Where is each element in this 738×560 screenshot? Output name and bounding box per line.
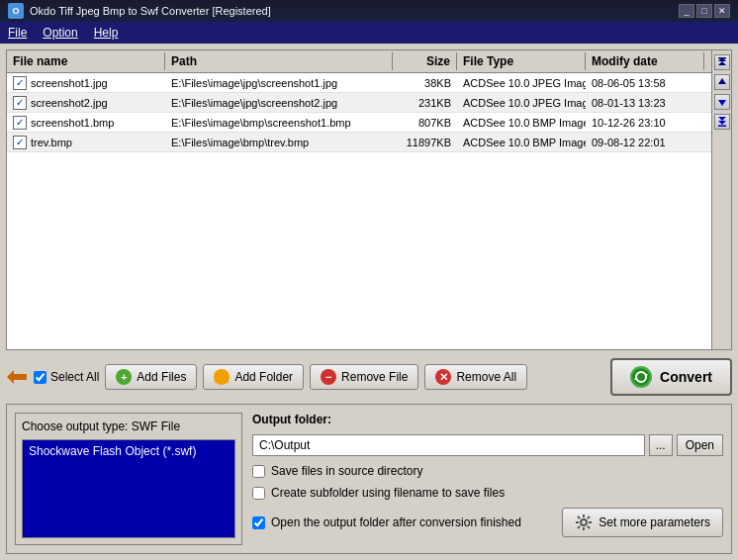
menu-help[interactable]: Help (94, 26, 119, 40)
move-down-button[interactable] (714, 94, 730, 110)
output-type-list[interactable]: Shockwave Flash Object (*.swf) (22, 439, 235, 538)
convert-icon (630, 366, 652, 388)
remove-file-icon: − (321, 369, 336, 385)
col-path: Path (165, 52, 393, 70)
table-header: File name Path Size File Type Modify dat… (7, 50, 711, 73)
table-body: ✓ screenshot1.jpg E:\Files\image\jpg\scr… (7, 73, 711, 349)
table-row: ✓ trev.bmp E:\Files\image\bmp\trev.bmp 1… (7, 133, 711, 152)
bottom-section: Choose output type: SWF File Shockwave F… (6, 404, 732, 554)
minimize-button[interactable]: _ (679, 4, 694, 18)
select-all-label: Select All (50, 370, 99, 384)
add-folder-button[interactable]: Add Folder (203, 364, 304, 390)
add-files-button[interactable]: + Add Files (105, 364, 197, 390)
output-folder-label: Output folder: (252, 413, 723, 426)
cell-path-3: E:\Files\image\bmp\trev.bmp (165, 135, 393, 150)
row-checkbox-0[interactable]: ✓ (13, 76, 27, 90)
cell-modify-3: 09-08-12 22:01 (586, 135, 704, 150)
create-subfolder-checkbox[interactable] (252, 487, 265, 500)
cell-filename-3: ✓ trev.bmp (7, 134, 165, 151)
col-filetype: File Type (457, 52, 586, 70)
row-checkbox-3[interactable]: ✓ (13, 136, 27, 149)
svg-rect-10 (215, 374, 229, 383)
svg-rect-2 (718, 57, 726, 59)
output-type-header: Choose output type: SWF File (22, 420, 235, 433)
save-in-source-checkbox[interactable] (252, 465, 265, 478)
table-row: ✓ screenshot1.bmp E:\Files\image\bmp\scr… (7, 113, 711, 133)
cell-filetype-2: ACDSee 10.0 BMP Image (457, 115, 586, 131)
title-bar: O Okdo Tiff Jpeg Bmp to Swf Converter [R… (0, 0, 738, 22)
window-controls: _ □ ✕ (679, 4, 730, 18)
open-after-row: Open the output folder after conversion … (252, 515, 521, 529)
current-type-label: SWF File (132, 420, 180, 433)
row-checkbox-1[interactable]: ✓ (13, 96, 27, 110)
back-icon[interactable] (6, 368, 28, 386)
cell-filetype-1: ACDSee 10.0 JPEG Image (457, 95, 586, 111)
svg-rect-7 (718, 126, 726, 128)
convert-label: Convert (660, 369, 712, 385)
output-folder-panel: Output folder: ... Open Save files in so… (252, 413, 723, 545)
window-title: Okdo Tiff Jpeg Bmp to Swf Converter [Reg… (30, 5, 271, 17)
browse-button[interactable]: ... (649, 434, 673, 456)
svg-line-20 (578, 516, 580, 518)
select-all-checkbox[interactable] (34, 371, 46, 384)
swf-option[interactable]: Shockwave Flash Object (*.swf) (29, 444, 229, 458)
cell-path-1: E:\Files\image\jpg\screenshot2.jpg (165, 95, 393, 111)
folder-input-row: ... Open (252, 434, 723, 456)
app-icon: O (8, 3, 24, 19)
open-after-checkbox[interactable] (252, 516, 265, 529)
svg-marker-1 (718, 61, 726, 65)
open-after-label: Open the output folder after conversion … (271, 515, 521, 529)
svg-point-12 (632, 368, 650, 386)
close-button[interactable]: ✕ (714, 4, 730, 18)
svg-marker-4 (718, 100, 726, 106)
remove-all-icon: ✕ (435, 369, 451, 385)
set-params-button[interactable]: Set more parameters (562, 508, 723, 537)
move-topmost-button[interactable] (714, 54, 730, 70)
open-folder-button[interactable]: Open (677, 434, 723, 456)
cell-path-2: E:\Files\image\bmp\screenshot1.bmp (165, 115, 393, 131)
svg-marker-5 (718, 121, 726, 125)
main-content: File name Path Size File Type Modify dat… (0, 44, 738, 560)
restore-button[interactable]: □ (696, 4, 712, 18)
output-type-panel: Choose output type: SWF File Shockwave F… (15, 413, 242, 545)
reorder-arrows (711, 50, 731, 349)
svg-marker-6 (718, 117, 726, 121)
action-buttons: + Add Files Add Folder − Remove File ✕ R… (105, 364, 527, 390)
menu-option[interactable]: Option (43, 26, 77, 40)
cell-filename-2: ✓ screenshot1.bmp (7, 114, 165, 132)
col-filename: File name (7, 52, 165, 70)
cell-size-0: 38KB (393, 75, 457, 91)
move-up-button[interactable] (714, 74, 730, 90)
cell-filename-0: ✓ screenshot1.jpg (7, 74, 165, 92)
svg-line-23 (578, 526, 580, 528)
cell-filetype-3: ACDSee 10.0 BMP Image (457, 135, 586, 150)
menu-file[interactable]: File (8, 26, 27, 40)
cell-modify-2: 10-12-26 23:10 (586, 115, 704, 131)
cell-size-3: 11897KB (393, 135, 457, 150)
table-row: ✓ screenshot2.jpg E:\Files\image\jpg\scr… (7, 93, 711, 113)
add-files-icon: + (116, 369, 132, 385)
set-params-label: Set more parameters (599, 515, 710, 529)
cell-size-1: 231KB (393, 95, 457, 111)
gear-icon (575, 513, 593, 531)
remove-file-button[interactable]: − Remove File (310, 364, 418, 390)
toolbar-row: Select All + Add Files Add Folder − Remo… (6, 354, 732, 400)
row-checkbox-2[interactable]: ✓ (13, 116, 27, 130)
file-table-container: File name Path Size File Type Modify dat… (6, 49, 732, 350)
cell-filename-1: ✓ screenshot2.jpg (7, 94, 165, 112)
remove-all-button[interactable]: ✕ Remove All (424, 364, 527, 390)
cell-size-2: 807KB (393, 115, 457, 131)
create-subfolder-label: Create subfolder using filename to save … (271, 486, 505, 500)
move-bottommost-button[interactable] (714, 114, 730, 130)
cell-modify-1: 08-01-13 13:23 (586, 95, 704, 111)
convert-button[interactable]: Convert (610, 358, 732, 396)
svg-rect-11 (215, 372, 221, 375)
col-modify: Modify date (586, 52, 704, 70)
save-in-source-row: Save files in source directory (252, 464, 723, 478)
svg-marker-8 (7, 370, 14, 384)
menu-bar: File Option Help (0, 22, 738, 44)
svg-line-21 (588, 526, 590, 528)
svg-line-22 (588, 516, 590, 518)
folder-path-input[interactable] (252, 434, 645, 456)
svg-rect-9 (13, 374, 27, 380)
